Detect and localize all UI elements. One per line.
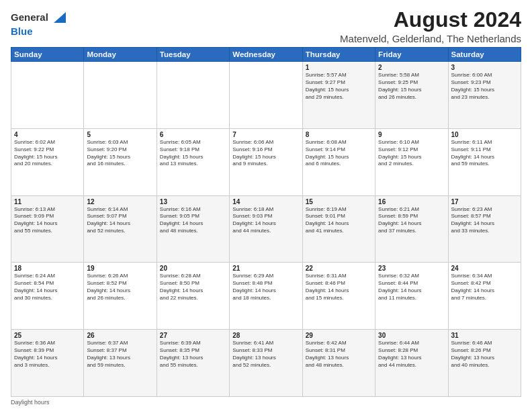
calendar-cell: 6Sunrise: 6:05 AM Sunset: 9:18 PM Daylig…	[157, 128, 229, 195]
day-info: Sunrise: 6:24 AM Sunset: 8:54 PM Dayligh…	[14, 273, 81, 302]
day-number: 22	[306, 265, 372, 272]
day-info: Sunrise: 5:58 AM Sunset: 9:25 PM Dayligh…	[378, 72, 445, 101]
svg-marker-0	[54, 12, 66, 23]
calendar-cell: 15Sunrise: 6:19 AM Sunset: 9:01 PM Dayli…	[302, 195, 375, 263]
day-number: 3	[451, 64, 518, 71]
calendar-cell: 8Sunrise: 6:08 AM Sunset: 9:14 PM Daylig…	[302, 128, 375, 195]
day-number: 26	[87, 332, 153, 339]
calendar-cell: 26Sunrise: 6:37 AM Sunset: 8:37 PM Dayli…	[84, 330, 157, 397]
day-info: Sunrise: 6:37 AM Sunset: 8:37 PM Dayligh…	[87, 340, 153, 369]
week-row-1: 1Sunrise: 5:57 AM Sunset: 9:27 PM Daylig…	[11, 62, 521, 129]
day-number: 18	[14, 265, 81, 272]
title-block: August 2024 Matenveld, Gelderland, The N…	[340, 8, 521, 44]
day-info: Sunrise: 6:41 AM Sunset: 8:33 PM Dayligh…	[232, 340, 299, 369]
day-number: 17	[451, 198, 518, 205]
day-number: 16	[378, 198, 445, 205]
calendar-cell: 16Sunrise: 6:21 AM Sunset: 8:59 PM Dayli…	[375, 195, 448, 263]
calendar-cell: 11Sunrise: 6:13 AM Sunset: 9:09 PM Dayli…	[11, 195, 84, 263]
day-number: 5	[87, 131, 153, 138]
day-info: Sunrise: 6:00 AM Sunset: 9:23 PM Dayligh…	[451, 72, 518, 101]
calendar-cell: 20Sunrise: 6:28 AM Sunset: 8:50 PM Dayli…	[157, 263, 229, 330]
day-number: 8	[306, 131, 372, 138]
day-info: Sunrise: 6:10 AM Sunset: 9:12 PM Dayligh…	[378, 139, 445, 168]
calendar-header: SundayMondayTuesdayWednesdayThursdayFrid…	[11, 48, 521, 62]
calendar-cell: 17Sunrise: 6:23 AM Sunset: 8:57 PM Dayli…	[448, 195, 521, 263]
day-info: Sunrise: 6:08 AM Sunset: 9:14 PM Dayligh…	[306, 139, 372, 168]
calendar-cell: 23Sunrise: 6:32 AM Sunset: 8:44 PM Dayli…	[375, 263, 448, 330]
calendar-table: SundayMondayTuesdayWednesdayThursdayFrid…	[11, 47, 521, 397]
main-title: August 2024	[340, 8, 521, 32]
footer-note: Daylight hours	[11, 399, 521, 406]
calendar-cell: 28Sunrise: 6:41 AM Sunset: 8:33 PM Dayli…	[230, 330, 302, 397]
day-info: Sunrise: 6:32 AM Sunset: 8:44 PM Dayligh…	[378, 273, 445, 302]
calendar-cell: 9Sunrise: 6:10 AM Sunset: 9:12 PM Daylig…	[375, 128, 448, 195]
day-number: 11	[14, 198, 81, 205]
calendar-cell: 31Sunrise: 6:46 AM Sunset: 8:26 PM Dayli…	[448, 330, 521, 397]
day-number: 13	[160, 198, 226, 205]
calendar-cell: 18Sunrise: 6:24 AM Sunset: 8:54 PM Dayli…	[11, 263, 84, 330]
calendar-cell: 5Sunrise: 6:03 AM Sunset: 9:20 PM Daylig…	[84, 128, 157, 195]
week-row-4: 18Sunrise: 6:24 AM Sunset: 8:54 PM Dayli…	[11, 263, 521, 330]
day-info: Sunrise: 6:16 AM Sunset: 9:05 PM Dayligh…	[160, 206, 226, 235]
logo-icon	[52, 11, 67, 26]
calendar-cell: 7Sunrise: 6:06 AM Sunset: 9:16 PM Daylig…	[230, 128, 302, 195]
calendar-cell: 22Sunrise: 6:31 AM Sunset: 8:46 PM Dayli…	[302, 263, 375, 330]
col-header-saturday: Saturday	[448, 48, 521, 62]
calendar-cell: 2Sunrise: 5:58 AM Sunset: 9:25 PM Daylig…	[375, 62, 448, 129]
week-row-2: 4Sunrise: 6:02 AM Sunset: 9:22 PM Daylig…	[11, 128, 521, 195]
day-info: Sunrise: 6:18 AM Sunset: 9:03 PM Dayligh…	[232, 206, 299, 235]
col-header-friday: Friday	[375, 48, 448, 62]
calendar-cell: 21Sunrise: 6:29 AM Sunset: 8:48 PM Dayli…	[230, 263, 302, 330]
day-number: 7	[232, 131, 299, 138]
calendar-cell	[11, 62, 84, 129]
day-number: 12	[87, 198, 153, 205]
day-info: Sunrise: 6:31 AM Sunset: 8:46 PM Dayligh…	[306, 273, 372, 302]
day-number: 31	[451, 332, 518, 339]
logo: General Blue	[11, 11, 67, 38]
day-number: 28	[232, 332, 299, 339]
calendar-cell: 27Sunrise: 6:39 AM Sunset: 8:35 PM Dayli…	[157, 330, 229, 397]
sub-title: Matenveld, Gelderland, The Netherlands	[340, 33, 521, 44]
day-info: Sunrise: 6:14 AM Sunset: 9:07 PM Dayligh…	[87, 206, 153, 235]
day-info: Sunrise: 6:28 AM Sunset: 8:50 PM Dayligh…	[160, 273, 226, 302]
logo-general-text: General	[11, 11, 67, 26]
day-number: 15	[306, 198, 372, 205]
day-info: Sunrise: 6:34 AM Sunset: 8:42 PM Dayligh…	[451, 273, 518, 302]
day-info: Sunrise: 6:02 AM Sunset: 9:22 PM Dayligh…	[14, 139, 81, 168]
day-info: Sunrise: 6:19 AM Sunset: 9:01 PM Dayligh…	[306, 206, 372, 235]
day-number: 9	[378, 131, 445, 138]
calendar-cell: 10Sunrise: 6:11 AM Sunset: 9:11 PM Dayli…	[448, 128, 521, 195]
day-number: 30	[378, 332, 445, 339]
calendar-cell: 3Sunrise: 6:00 AM Sunset: 9:23 PM Daylig…	[448, 62, 521, 129]
day-info: Sunrise: 6:05 AM Sunset: 9:18 PM Dayligh…	[160, 139, 226, 168]
calendar-cell: 1Sunrise: 5:57 AM Sunset: 9:27 PM Daylig…	[302, 62, 375, 129]
calendar-cell: 25Sunrise: 6:36 AM Sunset: 8:39 PM Dayli…	[11, 330, 84, 397]
day-info: Sunrise: 5:57 AM Sunset: 9:27 PM Dayligh…	[306, 72, 372, 101]
day-number: 2	[378, 64, 445, 71]
calendar-cell: 19Sunrise: 6:26 AM Sunset: 8:52 PM Dayli…	[84, 263, 157, 330]
calendar-cell	[230, 62, 302, 129]
day-number: 1	[306, 64, 372, 71]
calendar-cell: 12Sunrise: 6:14 AM Sunset: 9:07 PM Dayli…	[84, 195, 157, 263]
calendar-body: 1Sunrise: 5:57 AM Sunset: 9:27 PM Daylig…	[11, 62, 521, 397]
calendar-cell: 29Sunrise: 6:42 AM Sunset: 8:31 PM Dayli…	[302, 330, 375, 397]
calendar-cell	[157, 62, 229, 129]
day-number: 21	[232, 265, 299, 272]
week-row-5: 25Sunrise: 6:36 AM Sunset: 8:39 PM Dayli…	[11, 330, 521, 397]
day-number: 6	[160, 131, 226, 138]
day-number: 20	[160, 265, 226, 272]
day-info: Sunrise: 6:03 AM Sunset: 9:20 PM Dayligh…	[87, 139, 153, 168]
day-number: 19	[87, 265, 153, 272]
col-header-sunday: Sunday	[11, 48, 84, 62]
calendar-cell: 4Sunrise: 6:02 AM Sunset: 9:22 PM Daylig…	[11, 128, 84, 195]
header: General Blue August 2024 Matenveld, Geld…	[11, 8, 521, 44]
calendar-cell: 13Sunrise: 6:16 AM Sunset: 9:05 PM Dayli…	[157, 195, 229, 263]
col-header-monday: Monday	[84, 48, 157, 62]
day-info: Sunrise: 6:46 AM Sunset: 8:26 PM Dayligh…	[451, 340, 518, 369]
col-header-tuesday: Tuesday	[157, 48, 229, 62]
day-info: Sunrise: 6:11 AM Sunset: 9:11 PM Dayligh…	[451, 139, 518, 168]
page: General Blue August 2024 Matenveld, Geld…	[0, 0, 532, 411]
day-number: 23	[378, 265, 445, 272]
day-info: Sunrise: 6:42 AM Sunset: 8:31 PM Dayligh…	[306, 340, 372, 369]
day-number: 14	[232, 198, 299, 205]
